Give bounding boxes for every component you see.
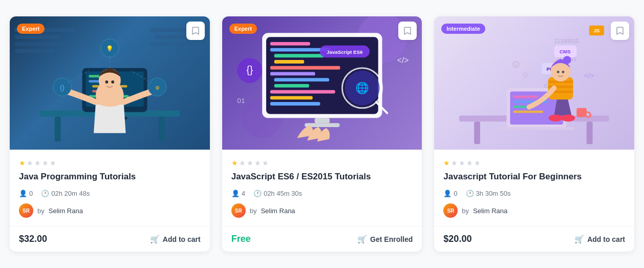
svg-point-90 [562, 71, 565, 73]
action-button[interactable]: 🛒 Add to cart [574, 235, 625, 244]
svg-rect-74 [474, 121, 480, 144]
svg-rect-82 [499, 127, 574, 130]
card-footer: $32.00 🛒 Add to cart [10, 226, 210, 252]
star-4: ★ [42, 159, 49, 167]
course-title: JavaScript ES6 / ES2015 Tutorials [231, 171, 413, 183]
star-3: ★ [34, 159, 41, 167]
students-icon: 👤 [19, 190, 27, 197]
svg-rect-44 [274, 84, 309, 87]
svg-text:JS: JS [594, 28, 600, 33]
cart-icon: 🛒 [574, 235, 584, 244]
duration: 🕐 02h 20m 48s [41, 190, 90, 197]
svg-point-23 [111, 80, 114, 84]
star-4: ★ [254, 159, 261, 167]
svg-rect-1 [15, 35, 60, 39]
author-name: Selim Rana [261, 207, 295, 215]
card-body: ★★★★★ Javascript Tutorial For Beginners … [434, 150, 634, 226]
svg-text:11100010: 11100010 [554, 37, 579, 44]
svg-rect-40 [274, 60, 304, 64]
course-price: $32.00 [19, 234, 47, 244]
bookmark-button[interactable] [398, 22, 417, 40]
svg-point-88 [563, 56, 571, 64]
difficulty-badge: Expert [229, 24, 257, 34]
students-count: 👤 4 [231, 190, 245, 197]
svg-rect-45 [270, 90, 335, 93]
svg-rect-41 [270, 66, 340, 69]
course-price: $20.00 [443, 234, 471, 244]
star-1: ★ [231, 159, 238, 167]
course-title: Javascript Tutorial For Beginners [443, 171, 625, 183]
course-thumbnail: Expert JavaScript ES6 [222, 16, 422, 150]
svg-text:JavaScript ES6: JavaScript ES6 [327, 49, 363, 55]
course-price: Free [231, 234, 251, 244]
svg-rect-91 [577, 108, 587, 117]
star-rating: ★★★★★ [443, 159, 625, 167]
avatar: SR [19, 203, 33, 218]
card-body: ★★★★★ Java Programming Tutorials 👤 0 🕐 0… [10, 150, 210, 226]
svg-text:⚙: ⚙ [512, 58, 521, 70]
svg-point-93 [561, 114, 575, 121]
course-card-es6: Expert JavaScript ES6 [222, 16, 422, 252]
star-1: ★ [19, 159, 26, 167]
clock-icon: 🕐 [253, 190, 262, 197]
course-card-java: Expert [10, 16, 210, 252]
duration-value: 02h 20m 48s [51, 190, 90, 197]
star-3: ★ [459, 159, 465, 167]
author-by: by [37, 207, 45, 215]
bookmark-icon [191, 26, 200, 35]
author-name: Selim Rana [49, 207, 83, 215]
bookmark-button[interactable] [611, 22, 629, 40]
svg-rect-3 [15, 49, 55, 53]
svg-rect-54 [314, 118, 329, 123]
svg-point-89 [557, 71, 560, 73]
bookmark-icon [615, 26, 625, 35]
svg-text:01: 01 [237, 97, 245, 105]
star-2: ★ [451, 159, 458, 167]
duration: 🕐 02h 45m 30s [253, 190, 302, 197]
action-button[interactable]: 🛒 Add to cart [150, 235, 201, 244]
svg-rect-78 [513, 95, 539, 98]
svg-text:{}: {} [246, 64, 253, 75]
svg-rect-42 [270, 72, 315, 75]
svg-rect-47 [270, 102, 320, 106]
duration-value: 3h 30m 50s [476, 190, 511, 197]
cart-icon: 🛒 [357, 235, 367, 244]
author-by: by [462, 207, 469, 215]
star-5: ★ [474, 159, 481, 167]
course-title: Java Programming Tutorials [19, 171, 201, 183]
star-5: ★ [50, 159, 56, 167]
svg-rect-43 [274, 78, 329, 81]
author-row: SR by Selim Rana [19, 203, 201, 218]
cards-container: Expert [10, 16, 634, 252]
svg-rect-75 [587, 121, 593, 144]
bookmark-icon [403, 26, 412, 35]
svg-rect-39 [274, 54, 324, 57]
svg-text:</>: </> [584, 72, 594, 79]
card-footer: $20.00 🛒 Add to cart [434, 226, 634, 252]
card-body: ★★★★★ JavaScript ES6 / ES2015 Tutorials … [222, 150, 422, 226]
card-footer: Free 🛒 Get Enrolled [222, 226, 422, 252]
star-2: ★ [27, 159, 33, 167]
students-count: 👤 0 [443, 190, 457, 197]
avatar: SR [231, 203, 246, 218]
students-icon: 👤 [443, 190, 452, 197]
star-4: ★ [466, 159, 473, 167]
action-label: Add to cart [163, 235, 201, 243]
svg-rect-6 [149, 42, 204, 46]
duration: 🕐 3h 30m 50s [466, 190, 511, 197]
svg-rect-37 [270, 42, 310, 45]
action-button[interactable]: 🛒 Get Enrolled [357, 235, 413, 244]
author-row: SR by Selim Rana [231, 203, 413, 218]
author-row: SR by Selim Rana [443, 203, 625, 218]
author-name: Selim Rana [473, 207, 507, 215]
author-by: by [250, 207, 257, 215]
bookmark-button[interactable] [186, 22, 205, 40]
difficulty-badge: Intermediate [441, 24, 485, 34]
svg-rect-2 [15, 42, 70, 46]
svg-text:</>: </> [397, 55, 409, 64]
svg-text:CMS: CMS [560, 49, 571, 54]
avatar: SR [443, 203, 458, 218]
action-label: Add to cart [587, 235, 625, 243]
students-value: 0 [454, 190, 457, 197]
svg-text:🌐: 🌐 [355, 81, 369, 94]
